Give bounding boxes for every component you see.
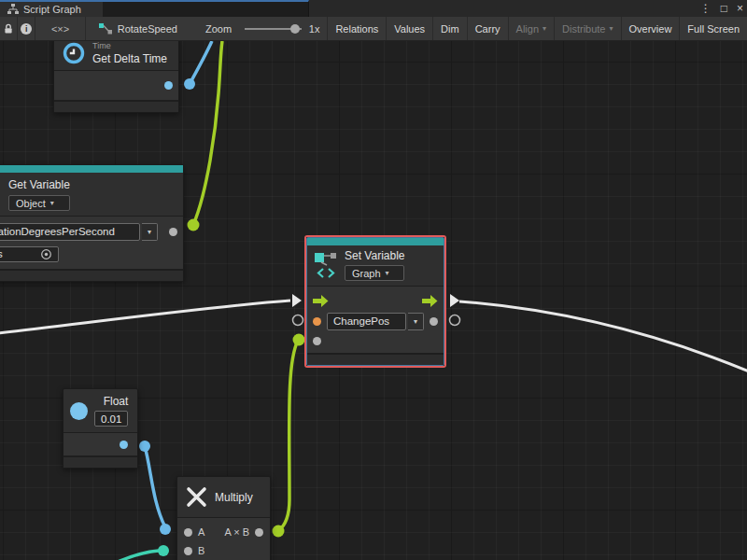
zoom-label: Zoom — [198, 17, 239, 40]
window-maximize-icon[interactable]: □ — [721, 0, 727, 17]
lock-icon — [3, 23, 14, 35]
graph-breadcrumb[interactable]: RotateSpeed — [86, 17, 185, 40]
wire-end-delta-time[interactable] — [184, 78, 195, 90]
chevron-down-icon: ▾ — [543, 24, 546, 33]
output-port-float[interactable] — [120, 441, 128, 449]
node-title: Multiply — [215, 491, 253, 504]
carry-button[interactable]: Carry — [468, 17, 509, 40]
scope-label: Object — [16, 198, 46, 209]
flow-arrow-out — [450, 294, 459, 307]
chevron-down-icon: ▾ — [50, 199, 54, 207]
variable-scope-dropdown[interactable]: Object ▾ — [8, 195, 70, 211]
variable-name-value: otationDegreesPerSecond — [0, 223, 140, 241]
port-hollow-left[interactable] — [293, 315, 303, 326]
zoom-slider-thumb[interactable] — [290, 24, 300, 34]
output-port-delta-time[interactable] — [164, 81, 173, 90]
chevron-down-icon: ▾ — [610, 24, 613, 33]
port-hollow-right[interactable] — [450, 315, 460, 326]
variable-scope-dropdown[interactable]: Graph ▾ — [345, 265, 404, 281]
distribute-label: Distribute — [562, 23, 605, 35]
port-b-label: B — [198, 545, 204, 556]
node-get-delta-time[interactable]: Time Get Delta Time — [53, 41, 179, 113]
wire-end-multiply-a[interactable] — [160, 524, 171, 535]
wire-end-multiply-b[interactable] — [158, 545, 169, 556]
graph-canvas[interactable]: Time Get Delta Time Get Variable Object … — [0, 41, 747, 560]
variable-target-field[interactable]: his — [0, 246, 59, 262]
value-in-port[interactable] — [313, 317, 321, 326]
values-button[interactable]: Values — [387, 17, 433, 40]
dim-label: Dim — [441, 23, 459, 35]
values-label: Values — [394, 23, 425, 35]
graph-node-icon — [99, 23, 112, 35]
full-screen-label: Full Screen — [687, 23, 740, 35]
tab-strip: Script Graph ⋮ □ × — [0, 0, 747, 17]
visual-scripting-window: Script Graph ⋮ □ × i <×> Rotate — [0, 0, 747, 560]
wire-end-float-out[interactable] — [139, 441, 150, 452]
chevron-down-icon: ▾ — [386, 269, 389, 277]
align-label: Align — [516, 23, 539, 35]
wire-flow-left — [0, 301, 290, 333]
node-footer — [307, 355, 444, 365]
overview-button[interactable]: Overview — [622, 17, 681, 40]
code-chevrons-icon — [317, 267, 335, 279]
wire-float-to-multiply — [145, 446, 165, 527]
input-port-b[interactable] — [184, 547, 192, 555]
variable-name-dropdown[interactable]: ChangePos ▾ — [327, 313, 424, 330]
float-icon — [70, 402, 88, 420]
lock-button[interactable] — [0, 17, 18, 40]
tab-script-graph[interactable]: Script Graph — [0, 2, 103, 17]
node-float[interactable]: Float 0.01 — [63, 388, 138, 469]
output-port-variable[interactable] — [169, 228, 177, 236]
node-footer — [63, 457, 137, 468]
variable-accent-bar — [307, 238, 444, 245]
wire-end-multiply-out[interactable] — [273, 525, 285, 538]
distribute-button: Distribute ▾ — [555, 17, 621, 40]
port-a-label: A — [198, 526, 204, 538]
wire-end-get-variable[interactable] — [188, 219, 200, 231]
chevron-down-icon: ▾ — [142, 223, 158, 241]
wire-flow-right — [459, 301, 747, 371]
input-port-a[interactable] — [184, 528, 192, 537]
carry-label: Carry — [475, 23, 500, 35]
node-get-variable[interactable]: Get Variable Object ▾ otationDegreesPerS… — [0, 164, 184, 282]
code-bounds-button[interactable]: <×> — [35, 17, 85, 40]
fallback-port[interactable] — [313, 337, 321, 345]
target-picker-icon[interactable] — [40, 248, 52, 260]
dim-button[interactable]: Dim — [433, 17, 468, 40]
float-value: 0.01 — [101, 413, 121, 425]
graph-variable-icon — [314, 251, 338, 279]
variable-name-value: ChangePos — [327, 313, 406, 330]
node-category: Time — [92, 41, 167, 50]
info-button[interactable]: i — [18, 17, 35, 40]
graph-name-label: RotateSpeed — [118, 23, 177, 35]
variable-name-dropdown[interactable]: otationDegreesPerSecond ▾ — [0, 223, 158, 241]
align-button: Align ▾ — [509, 17, 555, 40]
node-multiply[interactable]: Multiply A A × B B — [176, 476, 271, 560]
flow-out-port[interactable] — [422, 294, 438, 308]
node-set-variable[interactable]: Set Variable Graph ▾ — [306, 237, 444, 366]
wire-end-setvar-value[interactable] — [293, 334, 305, 346]
graph-toolbar: i <×> RotateSpeed Zoom 1x Relations Valu… — [0, 17, 747, 41]
flow-arrow-in — [292, 294, 302, 307]
float-value-input[interactable]: 0.01 — [94, 411, 128, 427]
selection-highlight: Set Variable Graph ▾ — [304, 235, 446, 368]
relations-button[interactable]: Relations — [328, 17, 387, 40]
zoom-level-value: 1x — [307, 17, 329, 40]
value-out-port[interactable] — [430, 317, 438, 326]
code-bounds-icon: <×> — [51, 23, 69, 35]
output-port-product[interactable] — [255, 528, 263, 537]
target-value: his — [0, 248, 3, 259]
full-screen-button[interactable]: Full Screen — [680, 17, 747, 40]
port-out-label: A × B — [224, 526, 249, 538]
node-title: Set Variable — [345, 249, 404, 262]
tab-title: Script Graph — [23, 4, 81, 15]
node-title: Get Delta Time — [92, 52, 167, 65]
window-menu-icon[interactable]: ⋮ — [700, 0, 712, 17]
multiply-icon — [185, 485, 208, 509]
zoom-slider[interactable] — [245, 28, 302, 30]
node-footer — [0, 271, 183, 281]
scope-label: Graph — [352, 268, 381, 279]
flow-in-port[interactable] — [313, 294, 329, 308]
window-close-icon[interactable]: × — [737, 0, 743, 17]
relations-label: Relations — [335, 23, 378, 35]
